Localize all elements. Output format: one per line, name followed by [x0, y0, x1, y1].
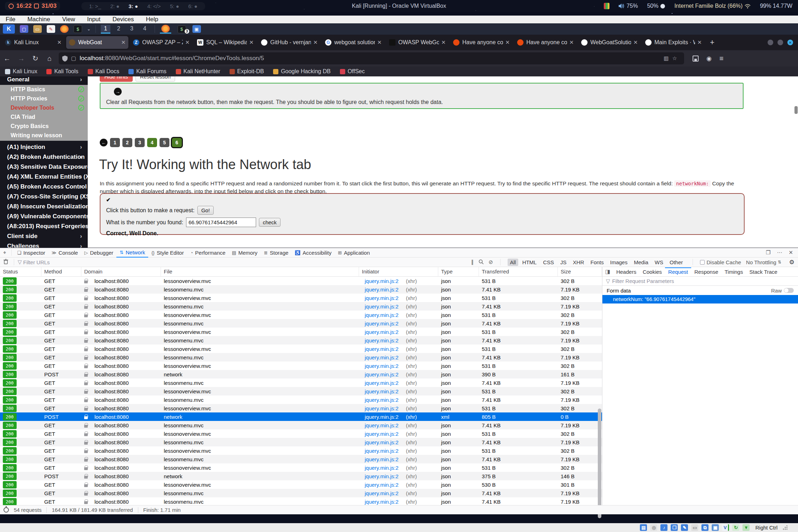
- details-tab-stack-trace[interactable]: Stack Trace: [746, 267, 780, 276]
- har-timer-icon[interactable]: [4, 507, 9, 513]
- taskbar-files-window[interactable]: ▣: [192, 25, 201, 33]
- type-filter-media[interactable]: Media: [631, 259, 651, 266]
- maximize-button[interactable]: [777, 40, 783, 45]
- column-header-type[interactable]: Type: [438, 267, 479, 276]
- details-tab-request[interactable]: Request: [665, 267, 691, 276]
- column-header-status[interactable]: Status: [0, 267, 41, 276]
- panel-workspace[interactable]: 4: </>: [147, 3, 161, 9]
- sidebar-item-general[interactable]: General›: [0, 76, 88, 85]
- table-row[interactable]: 200GETlocalhost:8080lessonoverview.mvcjq…: [0, 345, 602, 353]
- column-header-file[interactable]: File: [161, 267, 359, 276]
- kali-menu-button[interactable]: K: [3, 24, 15, 34]
- go-button[interactable]: Go!: [197, 206, 214, 215]
- browser-tab[interactable]: Have anyone comple✕: [514, 36, 577, 49]
- home-button[interactable]: ⌂: [42, 54, 57, 63]
- type-filter-css[interactable]: CSS: [540, 259, 556, 266]
- initiator-link[interactable]: jquery.min.js:2: [362, 456, 401, 463]
- pause-requests-icon[interactable]: ∥: [471, 259, 474, 265]
- previous-page-icon[interactable]: ←: [100, 139, 108, 146]
- sidebar-category[interactable]: (A4) XML External Entities (XXE)›: [0, 172, 88, 182]
- details-tab-timings[interactable]: Timings: [722, 267, 746, 276]
- browser-tab[interactable]: GitHub - vernjan/we✕: [258, 36, 320, 49]
- table-row[interactable]: 200POSTlocalhost:8080networkjquery.min.j…: [0, 472, 602, 480]
- sidebar-lesson-item[interactable]: Writing new lesson: [0, 131, 88, 140]
- request-list-scrollbar[interactable]: [598, 409, 601, 518]
- type-filter-html[interactable]: HTML: [520, 259, 539, 266]
- menu-icon[interactable]: ≡: [719, 54, 724, 63]
- devtools-tab-console[interactable]: ≫Console: [48, 248, 81, 258]
- recording-icon[interactable]: ▣: [712, 524, 719, 531]
- raw-toggle[interactable]: [784, 288, 794, 293]
- sidebar-lesson-item[interactable]: Developer Tools✓: [0, 103, 88, 112]
- initiator-link[interactable]: jquery.min.js:2: [362, 286, 401, 293]
- initiator-link[interactable]: jquery.min.js:2: [362, 362, 401, 370]
- table-row[interactable]: 200GETlocalhost:8080lessonmenu.mvcjquery…: [0, 353, 602, 362]
- tab-close-icon[interactable]: ✕: [505, 39, 510, 46]
- page-button-5[interactable]: 5: [160, 138, 169, 147]
- network-adapter-icon[interactable]: ❒: [671, 524, 678, 531]
- bookmark-star-icon[interactable]: ☆: [672, 55, 677, 62]
- devtools-tab-style-editor[interactable]: {}Style Editor: [148, 248, 187, 258]
- taskbar-workspace-1[interactable]: 1: [101, 25, 110, 34]
- table-row[interactable]: 200GETlocalhost:8080lessonmenu.mvcjquery…: [0, 489, 602, 497]
- vbox-menu-file[interactable]: File: [6, 16, 15, 23]
- browser-tab[interactable]: Main Exploits · Web✕: [642, 36, 705, 49]
- initiator-link[interactable]: jquery.min.js:2: [362, 337, 401, 344]
- type-filter-js[interactable]: JS: [558, 259, 569, 266]
- brightness-widget[interactable]: 50%: [647, 3, 665, 9]
- audio-icon[interactable]: ♪: [660, 524, 667, 531]
- host-capture-icon[interactable]: ▼: [742, 524, 750, 531]
- column-header-transferred[interactable]: Transferred: [479, 267, 558, 276]
- initiator-link[interactable]: jquery.min.js:2: [362, 481, 401, 488]
- file-manager-icon[interactable]: ▭: [33, 25, 42, 33]
- page-info-icon[interactable]: ▢: [71, 55, 76, 62]
- bookmark-item[interactable]: OffSec: [340, 68, 365, 75]
- column-header-size[interactable]: Size: [558, 267, 602, 276]
- devtools-tab-storage[interactable]: ≣Storage: [261, 248, 291, 258]
- browser-tab[interactable]: Gwebgoat solutions -✕: [322, 36, 384, 49]
- close-window-button[interactable]: ✕: [787, 40, 793, 45]
- pick-element-icon[interactable]: ⌖: [0, 248, 9, 258]
- taskbar-workspace-3[interactable]: 3: [127, 25, 137, 34]
- table-row[interactable]: 200GETlocalhost:8080lessonmenu.mvcjquery…: [0, 285, 602, 294]
- column-header-method[interactable]: Method: [41, 267, 81, 276]
- shared-folder-icon[interactable]: ▭: [691, 524, 698, 531]
- type-filter-ws[interactable]: WS: [652, 259, 666, 266]
- table-row[interactable]: 200GETlocalhost:8080lessonoverview.mvcjq…: [0, 311, 602, 319]
- table-row[interactable]: 200GETlocalhost:8080lessonmenu.mvcjquery…: [0, 395, 602, 404]
- initiator-link[interactable]: jquery.min.js:2: [362, 439, 401, 446]
- tab-close-icon[interactable]: ✕: [313, 39, 318, 46]
- browser-tab[interactable]: WebGoat✕: [66, 36, 128, 49]
- block-requests-icon[interactable]: ⊘: [488, 259, 493, 265]
- details-tab-cookies[interactable]: Cookies: [640, 267, 665, 276]
- initiator-link[interactable]: jquery.min.js:2: [362, 498, 401, 505]
- initiator-link[interactable]: jquery.min.js:2: [362, 328, 401, 336]
- window-manager-icon[interactable]: ▢: [20, 25, 28, 33]
- sidebar-category[interactable]: (A7) Cross-Site Scripting (XSS)›: [0, 192, 88, 202]
- browser-tab[interactable]: WSQL – Wikipedia✕: [194, 36, 256, 49]
- details-tab-response[interactable]: Response: [691, 267, 722, 276]
- clear-requests-icon[interactable]: [0, 259, 12, 265]
- initiator-link[interactable]: jquery.min.js:2: [362, 371, 401, 378]
- panel-workspace[interactable]: 3: ●: [129, 3, 138, 9]
- sidebar-category[interactable]: (A1) Injection›: [0, 142, 88, 152]
- initiator-link[interactable]: jquery.min.js:2: [362, 303, 401, 310]
- check-button[interactable]: check: [259, 218, 281, 227]
- bookmark-item[interactable]: Kali Tools: [46, 68, 78, 75]
- tab-close-icon[interactable]: ✕: [633, 39, 638, 46]
- disable-cache-control[interactable]: Disable Cache: [700, 259, 741, 265]
- disable-cache-checkbox[interactable]: [700, 260, 705, 265]
- page-button-2[interactable]: 2: [122, 138, 132, 147]
- taskbar-terminal-window[interactable]: $ 3: [176, 25, 187, 33]
- sidebar-category[interactable]: (A2) Broken Authentication›: [0, 152, 88, 162]
- table-row[interactable]: 200POSTlocalhost:8080networkjquery.min.j…: [0, 370, 602, 378]
- type-filter-other[interactable]: Other: [667, 259, 686, 266]
- browser-tab[interactable]: OWASP WebGoat: G✕: [386, 36, 449, 49]
- virtualbox-logo-icon[interactable]: V: [722, 524, 729, 531]
- hide-hints-button[interactable]: Hide hints: [100, 76, 133, 82]
- type-filter-images[interactable]: Images: [608, 259, 630, 266]
- filter-request-parameters-input[interactable]: [612, 278, 754, 284]
- initiator-link[interactable]: jquery.min.js:2: [362, 464, 401, 472]
- launcher-dropdown-icon[interactable]: ⌄: [87, 27, 91, 31]
- meatball-menu-icon[interactable]: ⋯: [777, 249, 782, 256]
